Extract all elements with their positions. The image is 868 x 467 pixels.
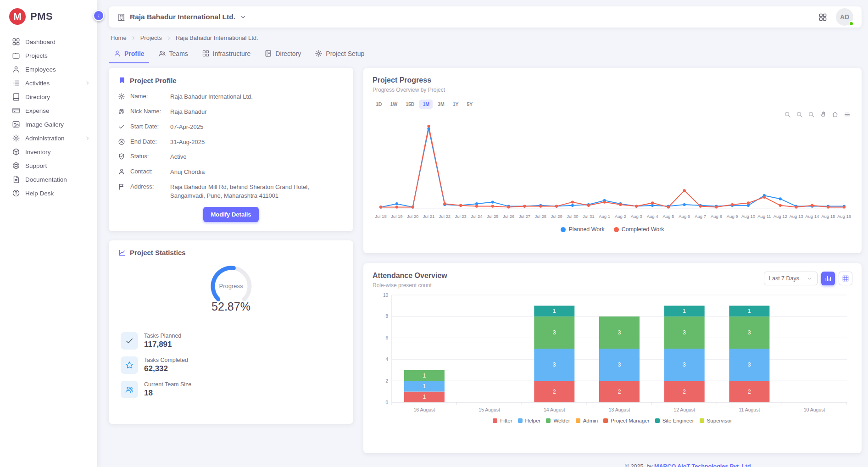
tab-infrastructure[interactable]: Infrastructure — [197, 45, 255, 63]
sidebar-item-image-gallery[interactable]: Image Gallery — [0, 117, 97, 131]
company-selector[interactable]: Raja Bahadur International Ltd. — [117, 13, 247, 22]
legend-swatch — [576, 418, 580, 423]
chart-view-toggle[interactable] — [821, 272, 835, 285]
legend-label: Admin — [583, 418, 598, 423]
user-avatar[interactable]: AD — [836, 8, 853, 26]
sidebar-item-support[interactable]: Support — [0, 159, 97, 172]
legend-swatch — [518, 418, 523, 423]
svg-text:3: 3 — [748, 361, 751, 368]
bar-chart-legend: FitterHelperWelderAdminProject ManagerSi… — [373, 418, 852, 423]
tab-label: Profile — [124, 50, 145, 57]
legend-item-project-manager[interactable]: Project Manager — [603, 418, 649, 423]
main-content: Raja Bahadur International Ltd. AD HomeP… — [97, 0, 868, 467]
legend-item-supervisor[interactable]: Supervisor — [700, 418, 732, 423]
tab-profile[interactable]: Profile — [109, 45, 149, 63]
line-chart-legend: Planned WorkCompleted Work — [373, 226, 852, 233]
sidebar-item-help-desk[interactable]: Help Desk — [0, 186, 97, 200]
right-column: Project Progress Progress Overview by Pr… — [363, 68, 862, 467]
timeframe-1y-button[interactable]: 1Y — [450, 100, 462, 109]
svg-text:Aug 4: Aug 4 — [647, 214, 658, 219]
svg-text:Aug 6: Aug 6 — [679, 214, 690, 219]
sidebar-item-administration[interactable]: Administration — [0, 131, 97, 145]
profile-field-nick-name: Nick Name:Raja Bahadur — [118, 108, 344, 117]
zoom-icon[interactable] — [808, 111, 815, 118]
user-icon — [113, 50, 121, 57]
dashboard-icon — [12, 38, 20, 46]
timeframe-3m-button[interactable]: 3M — [434, 100, 448, 109]
breadcrumb-item-home[interactable]: Home — [111, 34, 127, 41]
field-value: 31-Aug-2025 — [170, 138, 344, 147]
profile-fields: Name:Raja Bahadur International Ltd.Nick… — [118, 93, 344, 200]
field-label: Nick Name: — [130, 108, 165, 115]
pan-icon[interactable] — [820, 111, 827, 118]
tab-project-setup[interactable]: Project Setup — [310, 45, 369, 63]
svg-text:3: 3 — [618, 329, 621, 336]
svg-text:Aug 14: Aug 14 — [805, 214, 819, 219]
company-link[interactable]: MARCO AIoT Technologies Pvt. Ltd. — [654, 463, 752, 467]
attendance-overview-card: Attendance Overview Role-wise present co… — [363, 263, 862, 453]
legend-item-planned-work[interactable]: Planned Work — [561, 226, 604, 233]
legend-item-helper[interactable]: Helper — [518, 418, 541, 423]
project-statistics-card: Project Statistics Progress 52.87% Tasks… — [109, 240, 353, 424]
tab-teams[interactable]: Teams — [154, 45, 193, 63]
breadcrumb-item-projects[interactable]: Projects — [140, 34, 162, 41]
timeframe-1w-button[interactable]: 1W — [387, 100, 401, 109]
sidebar-item-documentation[interactable]: Documentation — [0, 172, 97, 186]
legend-label: Welder — [553, 418, 570, 423]
projects-icon — [12, 51, 20, 60]
legend-item-site-engineer[interactable]: Site Engineer — [655, 418, 694, 423]
sidebar-item-label: Administration — [25, 135, 65, 142]
svg-text:8: 8 — [385, 314, 388, 319]
sidebar-item-inventory[interactable]: Inventory — [0, 145, 97, 159]
home-icon[interactable] — [832, 111, 839, 118]
timeframe-5y-button[interactable]: 5Y — [463, 100, 476, 109]
sidebar: M PMS DashboardProjectsEmployeesActiviti… — [0, 0, 97, 467]
field-value: Anuj Chordia — [170, 168, 344, 177]
legend-item-completed-work[interactable]: Completed Work — [614, 226, 664, 233]
svg-text:1: 1 — [748, 308, 751, 314]
svg-text:3: 3 — [553, 361, 556, 368]
svg-text:12 August: 12 August — [673, 407, 695, 412]
legend-item-fitter[interactable]: Fitter — [493, 418, 512, 423]
sidebar-item-dashboard[interactable]: Dashboard — [0, 35, 97, 49]
zoom-out-icon[interactable] — [796, 111, 803, 118]
sidebar-item-employees[interactable]: Employees — [0, 62, 97, 76]
sidebar-item-label: Documentation — [25, 176, 67, 183]
svg-text:Aug 1: Aug 1 — [599, 214, 610, 219]
legend-item-admin[interactable]: Admin — [576, 418, 598, 423]
stat-value: 117,891 — [144, 340, 181, 349]
brand-logo-icon: M — [9, 8, 26, 25]
zoom-in-icon[interactable] — [784, 111, 791, 118]
sidebar-item-activities[interactable]: Activities — [0, 76, 97, 90]
table-icon — [842, 275, 849, 282]
svg-text:Jul 19: Jul 19 — [391, 214, 402, 219]
menu-icon[interactable] — [844, 111, 851, 118]
tab-directory[interactable]: Directory — [260, 45, 306, 63]
tab-bar: ProfileTeamsInfrastructureDirectoryProje… — [109, 41, 862, 63]
modify-details-button[interactable]: Modify Details — [203, 207, 258, 222]
svg-text:1: 1 — [423, 372, 426, 379]
timeframe-1d-button[interactable]: 1D — [373, 100, 385, 109]
bar-chart-icon — [824, 275, 832, 282]
sidebar-item-expense[interactable]: Expense — [0, 104, 97, 117]
attendance-chart[interactable]: 024681011116 August15 August233114 Augus… — [373, 290, 852, 418]
sidebar-item-projects[interactable]: Projects — [0, 49, 97, 62]
legend-swatch — [614, 227, 619, 232]
profile-field-status: Status:Active — [118, 153, 344, 161]
legend-item-welder[interactable]: Welder — [546, 418, 570, 423]
chevron-right-icon — [130, 35, 137, 41]
project-progress-chart[interactable]: Jul 18Jul 19Jul 20Jul 21Jul 22Jul 23Jul … — [373, 111, 852, 226]
apps-icon[interactable] — [818, 12, 828, 22]
timeframe-15d-button[interactable]: 15D — [402, 100, 417, 109]
stat-text: Current Team Size18 — [144, 381, 191, 398]
table-view-toggle[interactable] — [839, 272, 852, 285]
field-label: Address: — [130, 183, 165, 190]
sidebar-collapse-button[interactable] — [93, 10, 104, 21]
chevron-right-icon — [166, 35, 172, 41]
legend-swatch — [546, 418, 551, 423]
svg-text:3: 3 — [748, 329, 751, 336]
stat-tile — [121, 356, 138, 374]
sidebar-item-directory[interactable]: Directory — [0, 90, 97, 104]
timeframe-1m-button[interactable]: 1M — [419, 100, 433, 109]
range-select[interactable]: Last 7 Days — [764, 272, 818, 285]
